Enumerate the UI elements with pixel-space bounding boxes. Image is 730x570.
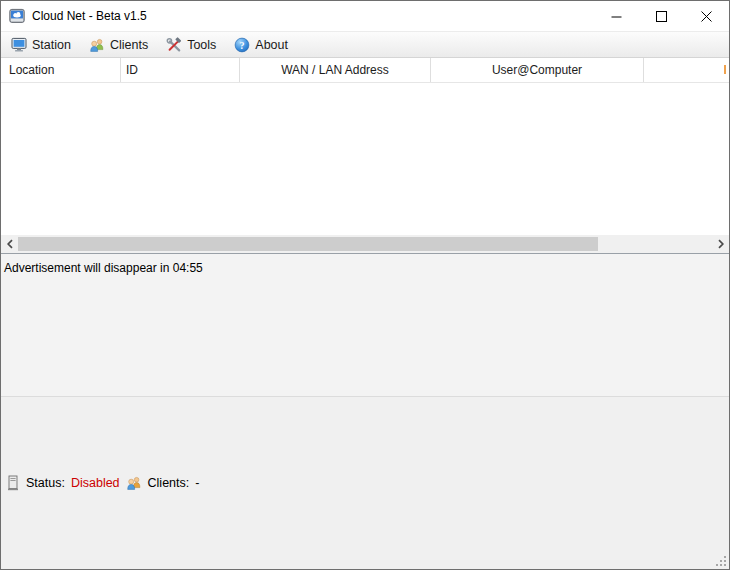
about-help-icon: ?: [234, 37, 250, 53]
horizontal-scrollbar[interactable]: [1, 235, 729, 253]
status-bar: Status: Disabled Clients: -: [1, 397, 729, 570]
column-header-wan-lan-address[interactable]: WAN / LAN Address: [240, 58, 431, 82]
column-header-user-computer[interactable]: User@Computer: [431, 58, 644, 82]
list-column-header: Location ID WAN / LAN Address User@Compu…: [1, 58, 729, 83]
column-header-location[interactable]: Location: [1, 58, 121, 82]
window-controls: [594, 1, 729, 31]
column-header-clipped[interactable]: [644, 58, 729, 82]
close-icon: [701, 11, 712, 22]
tools-button[interactable]: Tools: [162, 35, 227, 55]
status-label: Status:: [26, 476, 65, 490]
server-tower-icon: [6, 475, 20, 491]
station-monitor-icon: [11, 37, 27, 53]
chevron-right-icon: [717, 239, 725, 249]
scrollbar-thumb[interactable]: [18, 237, 598, 251]
minimize-icon: [611, 11, 622, 22]
resize-grip-handle[interactable]: [716, 556, 727, 567]
ad-countdown-text: Advertisement will disappear in 04:55: [4, 261, 203, 275]
app-window: Cloud Net - Beta v1.5 Station: [0, 0, 730, 570]
clients-button[interactable]: Clients: [85, 35, 159, 55]
tools-button-label: Tools: [187, 38, 216, 52]
about-button[interactable]: ? About: [230, 35, 299, 55]
maximize-button[interactable]: [639, 1, 684, 31]
app-cloud-icon[interactable]: [9, 8, 25, 24]
clipped-column-fragment: [724, 65, 726, 74]
window-title: Cloud Net - Beta v1.5: [32, 9, 147, 23]
maximize-icon: [656, 11, 667, 22]
station-button-label: Station: [32, 38, 71, 52]
chevron-left-icon: [6, 239, 14, 249]
clients-count-value: -: [195, 476, 199, 490]
minimize-button[interactable]: [594, 1, 639, 31]
status-value: Disabled: [71, 476, 120, 490]
scroll-left-button[interactable]: [1, 235, 18, 253]
titlebar: Cloud Net - Beta v1.5: [1, 1, 729, 31]
svg-text:?: ?: [240, 39, 245, 50]
scroll-right-button[interactable]: [712, 235, 729, 253]
station-button[interactable]: Station: [7, 35, 82, 55]
clients-people-icon: [126, 475, 142, 491]
about-button-label: About: [255, 38, 288, 52]
close-button[interactable]: [684, 1, 729, 31]
clients-button-label: Clients: [110, 38, 148, 52]
column-header-id[interactable]: ID: [121, 58, 240, 82]
tools-hammer-wrench-icon: [166, 37, 182, 53]
toolbar: Station Clients Tools: [1, 31, 729, 58]
clients-people-icon: [89, 37, 105, 53]
clients-list-body: [1, 83, 729, 235]
clients-count-label: Clients:: [148, 476, 190, 490]
advertisement-panel[interactable]: Advertisement will disappear in 04:55: [1, 254, 729, 396]
